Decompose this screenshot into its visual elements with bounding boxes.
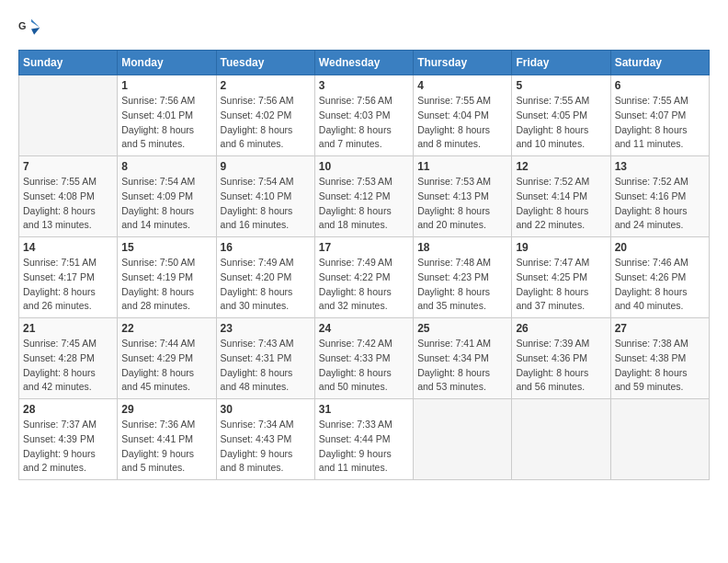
day-cell: 24Sunrise: 7:42 AMSunset: 4:33 PMDayligh… [314, 318, 413, 399]
day-info: Sunrise: 7:48 AMSunset: 4:23 PMDaylight:… [417, 256, 507, 314]
calendar-table: SundayMondayTuesdayWednesdayThursdayFrid… [18, 50, 710, 480]
day-info: Sunrise: 7:46 AMSunset: 4:26 PMDaylight:… [615, 256, 705, 314]
logo-icon: G [18, 15, 44, 40]
day-number: 17 [319, 241, 409, 254]
day-number: 19 [516, 241, 606, 254]
day-info: Sunrise: 7:53 AMSunset: 4:12 PMDaylight:… [319, 175, 409, 233]
day-cell: 4Sunrise: 7:55 AMSunset: 4:04 PMDaylight… [414, 75, 512, 156]
svg-marker-1 [31, 19, 40, 28]
day-info: Sunrise: 7:45 AMSunset: 4:28 PMDaylight:… [23, 337, 113, 395]
day-info: Sunrise: 7:34 AMSunset: 4:43 PMDaylight:… [221, 418, 311, 476]
day-number: 8 [121, 160, 211, 173]
day-number: 1 [121, 79, 211, 92]
day-cell: 3Sunrise: 7:56 AMSunset: 4:03 PMDaylight… [314, 75, 413, 156]
day-info: Sunrise: 7:49 AMSunset: 4:20 PMDaylight:… [221, 256, 311, 314]
day-info: Sunrise: 7:51 AMSunset: 4:17 PMDaylight:… [23, 256, 113, 314]
day-number: 14 [23, 241, 113, 254]
day-info: Sunrise: 7:54 AMSunset: 4:09 PMDaylight:… [121, 175, 211, 233]
day-info: Sunrise: 7:55 AMSunset: 4:07 PMDaylight:… [615, 94, 705, 152]
calendar-body: 1Sunrise: 7:56 AMSunset: 4:01 PMDaylight… [19, 75, 710, 480]
day-info: Sunrise: 7:56 AMSunset: 4:01 PMDaylight:… [121, 94, 211, 152]
day-cell: 27Sunrise: 7:38 AMSunset: 4:38 PMDayligh… [610, 318, 709, 399]
day-cell: 30Sunrise: 7:34 AMSunset: 4:43 PMDayligh… [216, 399, 314, 480]
day-info: Sunrise: 7:56 AMSunset: 4:03 PMDaylight:… [319, 94, 409, 152]
day-cell: 16Sunrise: 7:49 AMSunset: 4:20 PMDayligh… [216, 237, 314, 318]
day-number: 21 [23, 322, 113, 335]
day-cell: 6Sunrise: 7:55 AMSunset: 4:07 PMDaylight… [610, 75, 709, 156]
day-cell: 18Sunrise: 7:48 AMSunset: 4:23 PMDayligh… [414, 237, 512, 318]
day-number: 18 [417, 241, 507, 254]
day-number: 15 [121, 241, 211, 254]
column-header-wednesday: Wednesday [314, 51, 413, 75]
day-cell: 22Sunrise: 7:44 AMSunset: 4:29 PMDayligh… [118, 318, 216, 399]
week-row: 1Sunrise: 7:56 AMSunset: 4:01 PMDaylight… [19, 75, 710, 156]
day-info: Sunrise: 7:39 AMSunset: 4:36 PMDaylight:… [516, 337, 606, 395]
day-number: 2 [221, 79, 311, 92]
day-info: Sunrise: 7:42 AMSunset: 4:33 PMDaylight:… [319, 337, 409, 395]
day-cell: 28Sunrise: 7:37 AMSunset: 4:39 PMDayligh… [19, 399, 118, 480]
day-info: Sunrise: 7:36 AMSunset: 4:41 PMDaylight:… [121, 418, 211, 476]
day-info: Sunrise: 7:49 AMSunset: 4:22 PMDaylight:… [319, 256, 409, 314]
day-cell: 5Sunrise: 7:55 AMSunset: 4:05 PMDaylight… [512, 75, 610, 156]
day-cell: 12Sunrise: 7:52 AMSunset: 4:14 PMDayligh… [512, 156, 610, 237]
day-info: Sunrise: 7:54 AMSunset: 4:10 PMDaylight:… [221, 175, 311, 233]
svg-marker-2 [31, 28, 40, 35]
week-row: 28Sunrise: 7:37 AMSunset: 4:39 PMDayligh… [19, 399, 710, 480]
day-info: Sunrise: 7:53 AMSunset: 4:13 PMDaylight:… [417, 175, 507, 233]
day-info: Sunrise: 7:37 AMSunset: 4:39 PMDaylight:… [23, 418, 113, 476]
day-cell [19, 75, 118, 156]
day-number: 30 [221, 403, 311, 416]
day-cell [414, 399, 512, 480]
calendar-header: SundayMondayTuesdayWednesdayThursdayFrid… [19, 51, 710, 75]
day-cell [610, 399, 709, 480]
day-cell: 29Sunrise: 7:36 AMSunset: 4:41 PMDayligh… [118, 399, 216, 480]
day-number: 20 [615, 241, 705, 254]
week-row: 14Sunrise: 7:51 AMSunset: 4:17 PMDayligh… [19, 237, 710, 318]
logo: G [18, 15, 48, 40]
day-number: 3 [319, 79, 409, 92]
day-number: 11 [417, 160, 507, 173]
day-number: 27 [615, 322, 705, 335]
day-number: 23 [221, 322, 311, 335]
day-cell: 23Sunrise: 7:43 AMSunset: 4:31 PMDayligh… [216, 318, 314, 399]
day-info: Sunrise: 7:50 AMSunset: 4:19 PMDaylight:… [121, 256, 211, 314]
day-cell: 21Sunrise: 7:45 AMSunset: 4:28 PMDayligh… [19, 318, 118, 399]
day-number: 7 [23, 160, 113, 173]
day-info: Sunrise: 7:52 AMSunset: 4:14 PMDaylight:… [516, 175, 606, 233]
day-cell: 10Sunrise: 7:53 AMSunset: 4:12 PMDayligh… [314, 156, 413, 237]
day-number: 22 [121, 322, 211, 335]
day-cell: 20Sunrise: 7:46 AMSunset: 4:26 PMDayligh… [610, 237, 709, 318]
day-number: 10 [319, 160, 409, 173]
column-header-thursday: Thursday [414, 51, 512, 75]
day-cell: 7Sunrise: 7:55 AMSunset: 4:08 PMDaylight… [19, 156, 118, 237]
header-row: SundayMondayTuesdayWednesdayThursdayFrid… [19, 51, 710, 75]
day-number: 4 [417, 79, 507, 92]
day-cell: 1Sunrise: 7:56 AMSunset: 4:01 PMDaylight… [118, 75, 216, 156]
week-row: 21Sunrise: 7:45 AMSunset: 4:28 PMDayligh… [19, 318, 710, 399]
day-info: Sunrise: 7:41 AMSunset: 4:34 PMDaylight:… [417, 337, 507, 395]
day-cell: 17Sunrise: 7:49 AMSunset: 4:22 PMDayligh… [314, 237, 413, 318]
day-number: 13 [615, 160, 705, 173]
day-info: Sunrise: 7:43 AMSunset: 4:31 PMDaylight:… [221, 337, 311, 395]
day-cell: 31Sunrise: 7:33 AMSunset: 4:44 PMDayligh… [314, 399, 413, 480]
day-number: 26 [516, 322, 606, 335]
day-cell: 26Sunrise: 7:39 AMSunset: 4:36 PMDayligh… [512, 318, 610, 399]
day-cell: 11Sunrise: 7:53 AMSunset: 4:13 PMDayligh… [414, 156, 512, 237]
day-number: 12 [516, 160, 606, 173]
day-cell: 2Sunrise: 7:56 AMSunset: 4:02 PMDaylight… [216, 75, 314, 156]
day-number: 6 [615, 79, 705, 92]
day-info: Sunrise: 7:44 AMSunset: 4:29 PMDaylight:… [121, 337, 211, 395]
day-number: 5 [516, 79, 606, 92]
day-number: 24 [319, 322, 409, 335]
column-header-friday: Friday [512, 51, 610, 75]
day-cell: 9Sunrise: 7:54 AMSunset: 4:10 PMDaylight… [216, 156, 314, 237]
column-header-tuesday: Tuesday [216, 51, 314, 75]
week-row: 7Sunrise: 7:55 AMSunset: 4:08 PMDaylight… [19, 156, 710, 237]
page-header: G [18, 15, 710, 40]
day-info: Sunrise: 7:52 AMSunset: 4:16 PMDaylight:… [615, 175, 705, 233]
day-info: Sunrise: 7:47 AMSunset: 4:25 PMDaylight:… [516, 256, 606, 314]
day-number: 28 [23, 403, 113, 416]
day-number: 29 [121, 403, 211, 416]
day-cell: 8Sunrise: 7:54 AMSunset: 4:09 PMDaylight… [118, 156, 216, 237]
day-cell: 14Sunrise: 7:51 AMSunset: 4:17 PMDayligh… [19, 237, 118, 318]
